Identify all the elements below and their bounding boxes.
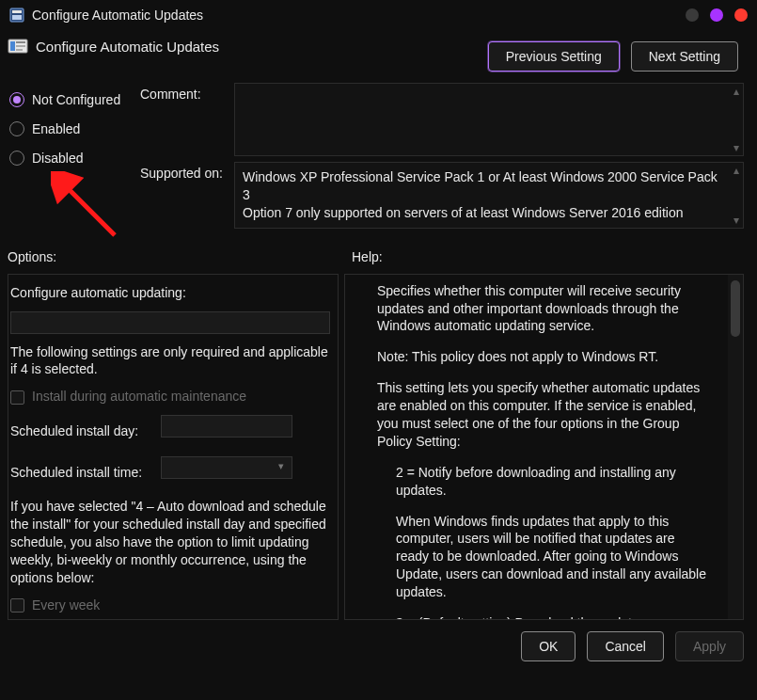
svg-rect-6	[16, 45, 25, 47]
install-maintenance-checkbox[interactable]: Install during automatic maintenance	[10, 388, 330, 406]
close-button[interactable]	[734, 8, 748, 22]
apply-button[interactable]: Apply	[675, 631, 744, 661]
comment-label: Comment:	[140, 83, 234, 156]
maximize-button[interactable]	[710, 8, 723, 22]
checkbox-icon	[10, 390, 24, 405]
help-text: 2 = Notify before downloading and instal…	[377, 464, 711, 500]
radio-icon	[9, 151, 24, 166]
config-section: Not Configured Enabled Disabled Comment:…	[0, 79, 757, 234]
install-day-label: Scheduled install day:	[10, 423, 161, 438]
title-bar: Configure Automatic Updates	[0, 0, 757, 30]
scroll-up-icon[interactable]: ▴	[733, 166, 739, 175]
radio-enabled[interactable]: Enabled	[9, 121, 134, 136]
svg-rect-1	[12, 10, 22, 13]
install-day-select[interactable]	[161, 415, 292, 438]
radio-disabled[interactable]: Disabled	[9, 151, 134, 166]
previous-setting-button[interactable]: Previous Setting	[488, 41, 620, 72]
scroll-down-icon[interactable]: ▾	[733, 143, 739, 152]
supported-label: Supported on:	[140, 162, 234, 229]
radio-label: Not Configured	[32, 92, 120, 107]
options-label: Options:	[8, 249, 346, 264]
every-week-checkbox[interactable]: Every week	[10, 597, 330, 614]
help-text: When Windows finds updates that apply to…	[377, 513, 711, 601]
radio-not-configured[interactable]: Not Configured	[9, 92, 134, 107]
options-note-2: If you have selected "4 – Auto download …	[10, 498, 330, 586]
checkbox-icon	[10, 598, 24, 612]
options-note: The following settings are only required…	[10, 343, 330, 379]
comment-input[interactable]: ▴ ▾	[234, 83, 744, 156]
ok-button[interactable]: OK	[521, 631, 576, 661]
configure-updating-select[interactable]	[10, 311, 330, 334]
help-text: Specifies whether this computer will rec…	[377, 282, 711, 336]
cancel-button[interactable]: Cancel	[587, 631, 664, 661]
help-panel: Specifies whether this computer will rec…	[344, 274, 744, 620]
radio-label: Disabled	[32, 151, 83, 166]
help-text: This setting lets you specify whether au…	[377, 379, 711, 451]
svg-rect-2	[12, 15, 22, 20]
svg-rect-4	[10, 41, 15, 51]
window-title: Configure Automatic Updates	[32, 8, 674, 23]
policy-icon	[9, 8, 24, 23]
policy-icon	[8, 36, 28, 56]
help-text: Note: This policy does not apply to Wind…	[377, 348, 711, 366]
supported-on-text: Windows XP Professional Service Pack 1 o…	[234, 162, 744, 229]
minimize-button[interactable]	[686, 8, 699, 22]
scroll-up-icon[interactable]: ▴	[733, 87, 739, 96]
header: Configure Automatic Updates Previous Set…	[0, 30, 757, 79]
supported-line: Option 7 only supported on servers of at…	[243, 204, 726, 222]
install-time-label: Scheduled install time:	[10, 465, 161, 480]
scroll-down-icon[interactable]: ▾	[733, 215, 739, 225]
scrollbar[interactable]	[728, 275, 743, 619]
footer: OK Cancel Apply	[0, 620, 757, 661]
next-setting-button[interactable]: Next Setting	[631, 41, 738, 72]
help-text: 3 = (Default setting) Download the updat…	[377, 614, 711, 620]
options-panel: Configure automatic updating: The follow…	[8, 274, 339, 620]
svg-rect-5	[16, 41, 25, 43]
radio-icon	[9, 121, 24, 136]
radio-icon	[9, 92, 24, 107]
scrollbar-thumb[interactable]	[731, 280, 740, 337]
configure-updating-label: Configure automatic updating:	[10, 284, 330, 302]
page-title: Configure Automatic Updates	[36, 36, 488, 55]
svg-rect-7	[16, 49, 23, 51]
install-time-select[interactable]	[161, 456, 292, 479]
help-label: Help:	[346, 249, 383, 264]
radio-label: Enabled	[32, 121, 80, 136]
supported-line: Windows XP Professional Service Pack 1 o…	[243, 168, 726, 204]
